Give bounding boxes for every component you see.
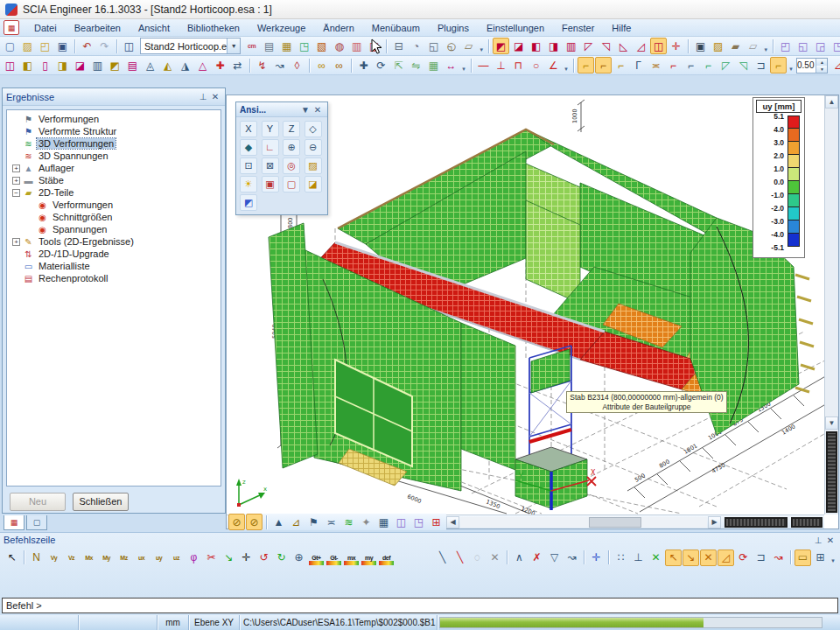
pin-icon[interactable]: ⊥ bbox=[197, 91, 209, 103]
app-menu-icon[interactable]: ▦ bbox=[4, 20, 19, 35]
tree-item-members[interactable]: +▬Stäbe bbox=[7, 174, 220, 186]
result-gt-minus-icon[interactable]: Gt- bbox=[326, 550, 342, 566]
rotate-ccw-icon[interactable]: ↺ bbox=[256, 550, 272, 566]
save-all-icon[interactable]: ◰ bbox=[37, 38, 53, 54]
snap-rotate-icon[interactable]: ⟳ bbox=[735, 550, 752, 566]
snap-orthogonal-icon[interactable]: ↘ bbox=[682, 550, 699, 566]
tree-item-supports[interactable]: +▲Auflager bbox=[7, 162, 220, 174]
paste-attributes-icon[interactable]: ∞ bbox=[331, 57, 347, 74]
result-mz-icon[interactable]: Mz bbox=[116, 550, 132, 566]
dock-tab-properties[interactable]: ▢ bbox=[26, 515, 47, 530]
palette-close-icon[interactable]: ✕ bbox=[312, 103, 324, 116]
menu-datei[interactable]: Datei bbox=[26, 21, 65, 35]
zoom-in-icon[interactable]: ⊕ bbox=[283, 139, 300, 156]
pan-slider-1[interactable] bbox=[724, 517, 788, 528]
zoom-window-icon[interactable]: ⊡ bbox=[240, 158, 257, 174]
angle-tool-icon[interactable]: ∠ bbox=[545, 57, 562, 74]
diagram-hatched-icon[interactable]: ⌐ bbox=[612, 57, 629, 74]
tree-item-2d-internal-forces[interactable]: ◉Schnittgrößen bbox=[7, 211, 220, 223]
tree-item-calculation-report[interactable]: ▤Rechenprotokoll bbox=[7, 272, 220, 284]
line-tool-icon[interactable]: — bbox=[475, 57, 492, 74]
snap-to-grid-icon[interactable]: ✕ bbox=[648, 550, 664, 566]
connect-members-icon[interactable]: ◩ bbox=[107, 57, 123, 74]
align-nodes-icon[interactable]: ◮ bbox=[177, 57, 193, 74]
show-supports-icon[interactable]: ▲ bbox=[270, 514, 287, 530]
axis-anchor-icon[interactable]: ⊕ bbox=[290, 550, 307, 566]
menu-bibliotheken[interactable]: Bibliotheken bbox=[179, 21, 248, 35]
show-labels-icon[interactable]: ⚑ bbox=[305, 514, 322, 530]
save-view-icon[interactable]: ▣ bbox=[262, 176, 279, 192]
view-z-icon[interactable]: Z bbox=[283, 121, 300, 137]
scale-icon[interactable]: ⇱ bbox=[390, 57, 407, 74]
close-button[interactable]: Schließen bbox=[73, 493, 129, 511]
check-structure-icon[interactable]: ◬ bbox=[142, 57, 158, 74]
snap-members-icon[interactable]: △ bbox=[194, 57, 211, 74]
view-perspective-icon[interactable]: ◆ bbox=[240, 139, 257, 156]
view-y-icon[interactable]: Y bbox=[262, 121, 279, 137]
diagram-filled-icon[interactable]: ⌐ bbox=[595, 57, 612, 74]
diagram-max-icon[interactable]: ◹ bbox=[735, 57, 752, 74]
viewport-horizontal-scrollbar[interactable] bbox=[460, 517, 707, 528]
toolbar-overflow-icon[interactable]: ▾ bbox=[762, 39, 769, 53]
snap-line-point-icon[interactable]: ╲ bbox=[452, 550, 468, 566]
selection-filter-icon[interactable]: ◫ bbox=[650, 38, 667, 54]
align-beams-icon[interactable]: ▥ bbox=[89, 57, 106, 74]
recalculate-icon[interactable]: ⇄ bbox=[229, 57, 246, 74]
view-x-icon[interactable]: X bbox=[240, 121, 257, 137]
toolbar-overflow-icon[interactable]: ▾ bbox=[460, 59, 467, 73]
project-browser-icon[interactable]: ◫ bbox=[121, 38, 137, 54]
scroll-up-icon[interactable]: ▲ bbox=[825, 95, 838, 108]
cursor-snap-settings-icon[interactable]: ✛ bbox=[588, 550, 605, 566]
notes-icon[interactable]: ▱ bbox=[460, 38, 477, 54]
hinges-icon[interactable]: ◫ bbox=[2, 57, 18, 74]
supports-add-icon[interactable]: ◧ bbox=[19, 57, 36, 74]
center-target-icon[interactable]: ✛ bbox=[668, 38, 684, 54]
result-uy-icon[interactable]: uy bbox=[150, 550, 167, 566]
toolbar-overflow-icon[interactable]: ▾ bbox=[788, 59, 794, 73]
tree-item-3d-deformations[interactable]: ≋3D Verformungen bbox=[7, 137, 220, 150]
rotate-cw-icon[interactable]: ↻ bbox=[273, 550, 290, 566]
expand-icon[interactable]: + bbox=[12, 177, 20, 185]
close-icon[interactable]: ✕ bbox=[209, 91, 221, 103]
load-view-icon[interactable]: ▢ bbox=[283, 176, 300, 192]
print-preview-icon[interactable]: ◔ bbox=[408, 38, 424, 54]
viewport-vertical-scrollbar[interactable]: ▲ ▼ bbox=[824, 95, 838, 514]
status-units[interactable]: mm bbox=[158, 615, 189, 630]
copy-attributes-icon[interactable]: ∞ bbox=[313, 57, 330, 74]
h-scroll-thumb[interactable] bbox=[589, 517, 641, 528]
window-layout-1-icon[interactable]: ◰ bbox=[777, 38, 794, 54]
diagram-line-icon[interactable]: ⌐ bbox=[578, 57, 594, 74]
curve-edit-icon[interactable]: ↝ bbox=[271, 57, 288, 74]
rect-tool-icon[interactable]: ⊓ bbox=[510, 57, 527, 74]
fast-print-icon[interactable]: ▰ bbox=[727, 38, 744, 54]
cross-link-icon[interactable]: ◪ bbox=[72, 57, 88, 74]
menu-fenster[interactable]: Fenster bbox=[554, 21, 602, 35]
results-display-icon[interactable]: ▣ bbox=[692, 38, 709, 54]
fast-print-2-icon[interactable]: ▱ bbox=[745, 38, 761, 54]
deselect-icon[interactable]: ◸ bbox=[580, 38, 597, 54]
snap-line-icon[interactable]: ╲ bbox=[434, 550, 451, 566]
toolbar-overflow-icon[interactable]: ▾ bbox=[830, 550, 836, 564]
snap-arc-icon[interactable]: ◿ bbox=[718, 550, 734, 566]
result-gt-plus-icon[interactable]: Gt+ bbox=[308, 550, 325, 566]
menu-einstellungen[interactable]: Einstellungen bbox=[479, 21, 552, 35]
command-pin-icon[interactable]: ⊥ bbox=[812, 534, 824, 546]
diagram-extreme-icon[interactable]: ⌐ bbox=[665, 57, 682, 74]
select-by-plane-icon[interactable]: ◧ bbox=[528, 38, 544, 54]
open-results-icon[interactable]: ▨ bbox=[710, 38, 726, 54]
keyboard-entry-icon[interactable]: ▭ bbox=[794, 550, 811, 566]
save-icon[interactable]: ▣ bbox=[54, 38, 71, 54]
result-myy-icon[interactable]: my bbox=[360, 550, 377, 566]
view-manager-icon[interactable]: ▨ bbox=[304, 158, 322, 174]
menu-werkzeuge[interactable]: Werkzeuge bbox=[249, 21, 313, 35]
tree-item-deformations[interactable]: ⚑Verformungen bbox=[7, 113, 220, 125]
diagram-values-icon[interactable]: ≍ bbox=[648, 57, 664, 74]
document-icon[interactable]: ▥ bbox=[348, 38, 365, 54]
explode-members-icon[interactable]: ✚ bbox=[212, 57, 228, 74]
perpendicular-tool-icon[interactable]: ⊥ bbox=[493, 57, 509, 74]
select-by-workplane-icon[interactable]: ◨ bbox=[545, 38, 562, 54]
undo-icon[interactable]: ↶ bbox=[79, 38, 95, 54]
bim-toolbox-icon[interactable]: ◨ bbox=[366, 38, 382, 54]
window-layout-3-icon[interactable]: ◲ bbox=[812, 38, 829, 54]
project-combo-dropdown-icon[interactable]: ▼ bbox=[227, 38, 240, 53]
